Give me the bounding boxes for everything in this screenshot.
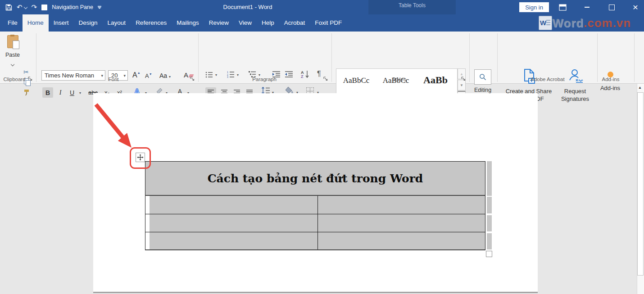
- ribbon: Paste ✂ Clipboard Times New Roman▾ 20▾ A…: [0, 32, 644, 84]
- table-resize-handle[interactable]: [486, 251, 492, 257]
- annotation-arrow: [92, 101, 135, 151]
- tab-layout[interactable]: Layout: [103, 14, 131, 32]
- tab-home[interactable]: Home: [23, 14, 49, 32]
- table-cell[interactable]: [318, 196, 485, 214]
- italic-button[interactable]: I: [55, 87, 66, 98]
- tab-acrobat[interactable]: Acrobat: [279, 14, 310, 32]
- navigation-pane-label[interactable]: Navigation Pane: [52, 4, 93, 10]
- table-cell[interactable]: [145, 214, 318, 232]
- font-dialog-launcher[interactable]: [190, 77, 195, 81]
- table-row[interactable]: [145, 214, 485, 232]
- font-group-label: Font: [37, 77, 190, 82]
- end-of-row-mark: [487, 233, 492, 249]
- watermark-brand: Word: [552, 16, 584, 30]
- navigation-pane-checkbox[interactable]: [41, 5, 47, 10]
- paste-button[interactable]: Paste: [4, 35, 22, 68]
- tab-foxit-pdf[interactable]: Foxit PDF: [310, 14, 347, 32]
- table-move-handle[interactable]: [136, 153, 145, 162]
- cut-icon[interactable]: ✂: [23, 68, 29, 76]
- title-bar: Table Tools ↶ ↷ Navigation Pane Document…: [0, 0, 644, 14]
- end-of-row-mark: [487, 161, 492, 196]
- redo-icon[interactable]: ↷: [32, 0, 37, 14]
- quick-access-toolbar: ↶ ↷ Navigation Pane: [5, 0, 101, 14]
- undo-icon[interactable]: ↶: [17, 0, 23, 14]
- end-of-row-mark: [487, 197, 492, 213]
- paste-clipboard-icon: [7, 35, 18, 48]
- watermark-suffix: .com.vn: [584, 16, 631, 30]
- paragraph-group-label: Paragraph: [199, 77, 330, 82]
- minimize-icon[interactable]: [580, 0, 594, 14]
- tab-review[interactable]: Review: [204, 14, 234, 32]
- table-cell[interactable]: [145, 196, 318, 214]
- word-logo-icon: W: [539, 16, 552, 30]
- window-title: Document1 - Word: [189, 0, 306, 14]
- move-cross-icon: [137, 154, 144, 161]
- table-cell[interactable]: [145, 232, 318, 249]
- clipboard-dialog-launcher[interactable]: [28, 77, 33, 81]
- ribbon-display-options-icon[interactable]: [556, 0, 569, 14]
- table-cell[interactable]: [318, 232, 485, 249]
- ribbon-tabs: File Home Insert Design Layout Reference…: [3, 14, 347, 32]
- clipboard-group-label: Clipboard: [0, 77, 29, 82]
- styles-group-label: Styles: [332, 77, 466, 82]
- tab-references[interactable]: References: [131, 14, 172, 32]
- tab-insert[interactable]: Insert: [49, 14, 74, 32]
- underline-dropdown-icon[interactable]: ▾: [79, 91, 81, 95]
- watermark: W Word .com.vn: [539, 15, 631, 31]
- tab-file[interactable]: File: [3, 14, 23, 32]
- maximize-icon[interactable]: [605, 0, 618, 14]
- underline-button[interactable]: U: [67, 87, 77, 98]
- format-painter-icon[interactable]: [23, 89, 30, 96]
- paste-dropdown-icon[interactable]: [11, 63, 14, 66]
- save-icon[interactable]: [5, 4, 12, 11]
- addins-group-label: Add-ins: [598, 77, 623, 82]
- scrollbar-thumb[interactable]: [637, 92, 644, 276]
- tab-help[interactable]: Help: [257, 14, 279, 32]
- table-tools-header: Table Tools: [368, 2, 456, 9]
- tab-design[interactable]: Design: [74, 14, 103, 32]
- styles-dialog-launcher[interactable]: [461, 77, 466, 81]
- table-row[interactable]: [145, 232, 485, 250]
- adobe-group-label: Adobe Acrobat: [498, 77, 597, 82]
- request-signatures-button[interactable]: Request Signatures: [555, 68, 595, 102]
- paragraph-dialog-launcher[interactable]: [323, 77, 328, 81]
- table-row[interactable]: [145, 196, 485, 214]
- table-header-row[interactable]: Cách tạo bảng nét đứt trong Word: [145, 161, 485, 196]
- close-icon[interactable]: ×: [629, 0, 642, 14]
- scrollbar-up-icon[interactable]: ▲: [638, 86, 642, 90]
- tab-mailings[interactable]: Mailings: [172, 14, 204, 32]
- end-of-row-mark: [487, 215, 492, 231]
- table-title: Cách tạo bảng nét đứt trong Word: [208, 172, 423, 185]
- bold-button[interactable]: B: [42, 87, 53, 98]
- undo-dropdown-icon[interactable]: [23, 5, 27, 9]
- customize-qat-icon[interactable]: [98, 6, 101, 9]
- tab-view[interactable]: View: [234, 14, 257, 32]
- table-cell[interactable]: [318, 214, 485, 232]
- sign-in-button[interactable]: Sign in: [519, 2, 549, 12]
- find-icon: [474, 69, 491, 85]
